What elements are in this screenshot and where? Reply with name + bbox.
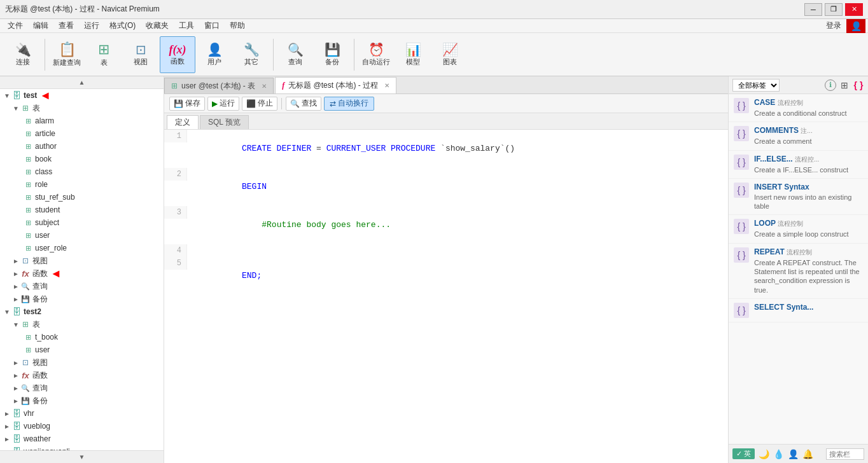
snippet-select-name: SELECT Synta... (754, 303, 813, 312)
footer-drop-icon[interactable]: 💧 (773, 449, 784, 459)
group-function-test2[interactable]: ► fx 函数 (0, 369, 164, 382)
snippet-insert[interactable]: { } INSERT Syntax Insert new rows into a… (729, 179, 868, 216)
menu-view[interactable]: 查看 (53, 19, 79, 33)
user-button[interactable]: 👤 用户 (197, 36, 232, 73)
tab-close-procedure[interactable]: ✕ (384, 82, 389, 89)
tab-close-user[interactable]: ✕ (262, 83, 267, 90)
other-button[interactable]: 🔧 其它 (234, 36, 269, 73)
tab-procedure[interactable]: f 无标题 @test (本地) - 过程 ✕ (275, 77, 396, 93)
new-query-button[interactable]: 📋 新建查询 (49, 36, 85, 73)
db-test2[interactable]: ▼ 🗄 test2 (0, 305, 164, 318)
table-user-role[interactable]: ⊞ user_role (0, 242, 164, 254)
menu-tools[interactable]: 工具 (174, 19, 199, 33)
group-view[interactable]: ► ⊡ 视图 (0, 254, 164, 267)
snippet-comments[interactable]: { } COMMENTS 注... Create a comment (729, 122, 868, 150)
footer-moon-icon[interactable]: 🌙 (759, 449, 769, 459)
code-editor[interactable]: 1 CREATE DEFINER = CURRENT_USER PROCEDUR… (164, 130, 728, 463)
group-function[interactable]: ► fx 函数 ◄ (0, 267, 164, 280)
def-tab-sql[interactable]: SQL 预览 (200, 115, 249, 129)
tree-arrow: ► (11, 372, 20, 379)
group-table-test2[interactable]: ▼ ⊞ 表 (0, 318, 164, 331)
group-query[interactable]: ► 🔍 查询 (0, 280, 164, 293)
code-icon[interactable]: { } (853, 80, 864, 90)
autorun-button[interactable]: ⏰ 自动运行 (358, 36, 394, 73)
table-test2-user[interactable]: ⊞ user (0, 343, 164, 356)
info-icon[interactable]: ℹ (825, 79, 836, 91)
snippet-if-else[interactable]: { } IF...ELSE... 流程控... Create a IF...EL… (729, 151, 868, 179)
table-class[interactable]: ⊞ class (0, 165, 164, 178)
table-button[interactable]: ⊞ 表 (86, 36, 122, 73)
snippet-select-icon: { } (734, 303, 749, 318)
table-group-icon: ⊞ (20, 103, 31, 113)
backup-button[interactable]: 💾 备份 (314, 36, 350, 73)
menu-favorites[interactable]: 收藏夹 (141, 19, 174, 33)
group-query-test2[interactable]: ► 🔍 查询 (0, 382, 164, 394)
auto-wrap-button[interactable]: ⇄ 自动换行 (324, 97, 374, 111)
db-test[interactable]: ▼ 🗄 test ◄ (0, 89, 164, 102)
login-button[interactable]: 登录 (821, 19, 846, 33)
footer-user-icon[interactable]: 👤 (788, 449, 799, 459)
snippet-select[interactable]: { } SELECT Synta... (729, 299, 868, 322)
table-subject[interactable]: ⊞ subject (0, 216, 164, 229)
group-view-test2-label: 视图 (32, 357, 48, 368)
snippet-repeat[interactable]: { } REPEAT 流程控制 Create A REPEAT construc… (729, 244, 868, 299)
search-input[interactable] (826, 448, 864, 460)
table-article[interactable]: ⊞ article (0, 127, 164, 140)
table-alarm[interactable]: ⊞ alarm (0, 114, 164, 127)
tag-select[interactable]: 全部标签 (732, 79, 780, 92)
find-button[interactable]: 🔍 查找 (286, 97, 321, 111)
menu-help[interactable]: 帮助 (225, 19, 250, 33)
db-vhr[interactable]: ► 🗄 vhr (0, 407, 164, 420)
db-vueblog[interactable]: ► 🗄 vueblog (0, 420, 164, 432)
menu-edit[interactable]: 编辑 (28, 19, 53, 33)
minimize-button[interactable]: ─ (804, 3, 822, 16)
content-area: ⊞ user @test (本地) - 表 ✕ f 无标题 @test (本地)… (164, 76, 728, 463)
table-user[interactable]: ⊞ user (0, 229, 164, 242)
chart-button[interactable]: 📈 图表 (432, 36, 468, 73)
save-button[interactable]: 💾 保存 (169, 97, 205, 111)
snippet-case[interactable]: { } CASE 流程控制 Create a conditional const… (729, 94, 868, 122)
table-role[interactable]: ⊞ role (0, 178, 164, 191)
table-stu-ref-sub[interactable]: ⊞ stu_ref_sub (0, 191, 164, 204)
menu-run[interactable]: 运行 (79, 19, 104, 33)
sidebar-scroll-down[interactable]: ▼ (0, 450, 164, 463)
stop-button[interactable]: ⬛ 停止 (242, 97, 277, 111)
group-backup[interactable]: ► 💾 备份 (0, 293, 164, 305)
menu-format[interactable]: 格式(O) (104, 19, 141, 33)
group-view-test2[interactable]: ► ⊡ 视图 (0, 356, 164, 369)
table-t-book[interactable]: ⊞ t_book (0, 331, 164, 343)
window-controls: ─ ❐ ✕ (804, 3, 863, 16)
menu-window[interactable]: 窗口 (199, 19, 225, 33)
table-book[interactable]: ⊞ book (0, 153, 164, 165)
connect-button[interactable]: 🔌 连接 (5, 36, 41, 73)
group-table[interactable]: ▼ ⊞ 表 (0, 102, 164, 114)
grid-icon[interactable]: ⊞ (839, 80, 850, 90)
snippet-loop[interactable]: { } LOOP 流程控制 Create a simple loop const… (729, 215, 868, 243)
restore-button[interactable]: ❐ (825, 3, 843, 16)
right-panel: 全部标签 ℹ ⊞ { } { } CASE 流程控制 Create a cond… (728, 76, 868, 463)
model-button[interactable]: 📊 模型 (395, 36, 431, 73)
table-student[interactable]: ⊞ student (0, 204, 164, 216)
user-avatar[interactable]: 👤 (846, 19, 865, 33)
db-weather[interactable]: ► 🗄 weather (0, 432, 164, 445)
query-button[interactable]: 🔍 查询 (277, 36, 313, 73)
run-button[interactable]: ▶ 运行 (207, 97, 239, 111)
sidebar-scroll-up[interactable]: ▲ (0, 76, 164, 89)
title-bar: 无标题 @test (本地) - 过程 - Navicat Premium ─ … (0, 0, 868, 19)
table-icon: ⊞ (23, 243, 33, 253)
line-num-2: 2 (164, 168, 187, 181)
group-backup-test2[interactable]: ► 💾 备份 (0, 394, 164, 407)
menu-file[interactable]: 文件 (3, 19, 28, 33)
snippet-repeat-tag: 流程控制 (787, 249, 812, 256)
footer-bell-icon[interactable]: 🔔 (802, 449, 813, 459)
snippet-insert-content: INSERT Syntax Insert new rows into an ex… (754, 183, 863, 211)
snippet-comments-desc: Create a comment (754, 137, 863, 146)
table-author[interactable]: ⊞ author (0, 140, 164, 153)
snippet-if-else-content: IF...ELSE... 流程控... Create a IF...ELSE..… (754, 155, 863, 174)
footer-check-icon[interactable]: ✓ 英 (732, 448, 755, 459)
close-button[interactable]: ✕ (845, 3, 863, 16)
function-button[interactable]: f(x) 函数 (160, 36, 195, 73)
view-button[interactable]: ⊡ 视图 (123, 36, 158, 73)
tab-user-table[interactable]: ⊞ user @test (本地) - 表 ✕ (164, 78, 274, 93)
def-tab-definition[interactable]: 定义 (167, 115, 199, 129)
